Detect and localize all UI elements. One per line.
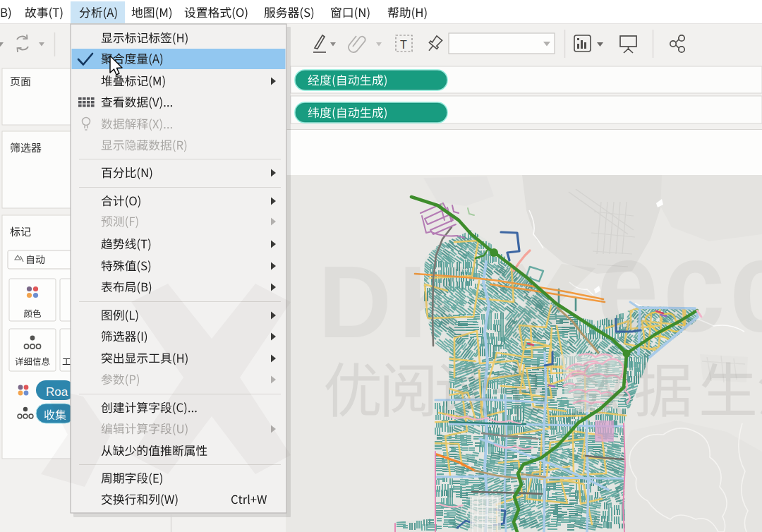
- svg-text:ecc: ecc: [597, 213, 762, 358]
- svg-text:T: T: [400, 39, 407, 51]
- svg-text:DK: DK: [318, 246, 479, 359]
